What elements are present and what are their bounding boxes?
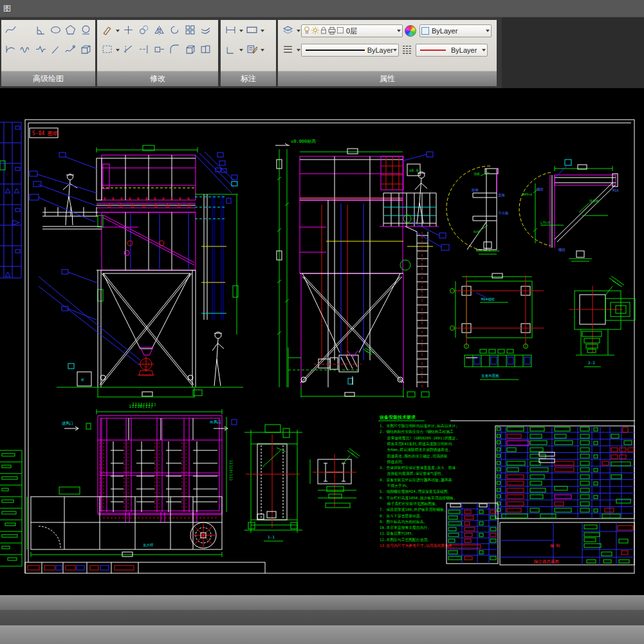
drawing-tab[interactable]: 图 [3,4,11,13]
wedge-button[interactable] [78,42,93,58]
panel-modify: 修改 [97,20,218,86]
lineweight-button[interactable] [280,42,295,58]
linetype-manager-button[interactable] [399,42,414,58]
mtext-dropdown[interactable] [259,42,265,58]
d1-green-1: 顶板 [474,172,480,176]
color-wheel-button[interactable] [403,23,418,39]
notes-title: 设备安装技术要求 [379,414,416,420]
elevation-note: ±0.000标高 [291,139,316,144]
svg-text:7. 保温层厚度100,外护板采用彩钢板。: 7. 保温层厚度100,外护板采用彩钢板。 [380,507,448,512]
ladder [405,226,428,387]
d1-label-2: 盖板 [498,193,506,198]
d2-green-1: Φ89×4 [522,192,532,196]
plot-style-caret[interactable] [482,49,486,51]
command-line-area[interactable] [0,610,644,625]
d2-green-3: 连接板 [589,199,599,203]
dimension-dropdown[interactable] [238,23,244,39]
copy-button[interactable] [136,23,151,39]
mirror-icon [154,24,165,38]
adjacent-sheet-left [0,122,22,566]
object-color-swatch [421,27,429,35]
breakline-button[interactable] [33,42,48,58]
move-button[interactable] [120,23,136,39]
fillet-button[interactable] [167,42,182,58]
d2-green-2: L75×5 [540,221,550,225]
text-tag-dropdown[interactable] [259,23,265,39]
svg-text:2. 钢结构制作安装应符合《钢结构工程施工: 2. 钢结构制作安装应符合《钢结构工程施工 [380,429,454,434]
panel-label-modify[interactable]: 修改 [97,71,218,86]
inlet-duct-tower [195,152,238,335]
linetype-caret[interactable] [393,49,397,51]
text-tag-button[interactable] [244,23,259,39]
discharge-conveyor [314,348,374,385]
erase-dropdown[interactable] [115,23,120,39]
object-color-caret[interactable] [486,30,490,32]
svg-text:梯子及栏杆安装详见国标图集。: 梯子及栏杆安装详见国标图集。 [380,501,439,506]
arc-button[interactable] [3,42,18,58]
bom-table [450,421,635,519]
plan-top-dim: 11110(11) [129,404,153,409]
detail-corner-brace: 螺栓 M16 螺栓 Φ89×4 L75×5 连接板 [519,160,619,261]
text-tag-icon [246,24,257,38]
d2-blue-1: 螺栓 [537,187,544,192]
panel-advanced-draw-body [1,20,95,71]
dimension-button[interactable] [223,23,238,39]
panel-label-properties[interactable]: 属性 [278,71,497,86]
linetype-combo[interactable]: ByLayer [301,44,399,57]
lineweight-icon [282,44,293,57]
wave-button[interactable] [18,42,33,58]
object-color-combo[interactable]: ByLayer [419,24,492,37]
mirror-button[interactable] [151,23,167,39]
point-button[interactable] [18,23,33,39]
lock-icon [320,26,327,36]
ordinate-dropdown[interactable] [238,42,244,58]
mtext-button[interactable] [244,42,259,58]
trim-button[interactable] [120,42,136,58]
layer-properties-button[interactable] [280,23,295,39]
detail-base-stack: 2-2 [569,276,635,367]
ellipse-button[interactable] [48,23,63,39]
worker-figure-left [63,174,77,226]
rotate-button[interactable] [167,23,182,39]
cube-button[interactable] [182,42,198,58]
panel-label-draw[interactable]: 高级绘图 [1,71,95,86]
horizontal-scrollbar-area[interactable] [0,595,644,610]
circle-button[interactable] [78,23,93,39]
panel-label-annotate[interactable]: 标注 [221,71,276,86]
svg-text:质量验收规范》(GB50205-2001)的规定,: 质量验收规范》(GB50205-2001)的规定, [380,436,458,441]
ordinate-button[interactable] [223,42,238,58]
layer-combo[interactable]: 0层 [301,24,403,37]
color-wheel-icon [405,25,416,37]
stretch-button[interactable] [151,42,167,58]
angle-button[interactable] [33,23,48,39]
erase-button[interactable] [99,23,115,39]
array-icon [185,24,196,38]
sketch-button[interactable] [63,42,78,58]
offset-button[interactable] [198,23,213,39]
layer-combo-caret[interactable] [397,30,401,32]
base-stack-label: 2-2 [588,360,595,365]
plot-style-combo[interactable]: ByLayer [416,44,488,57]
spline-button[interactable] [3,23,18,39]
parts-list-small [446,503,498,564]
svg-text:6. 平台栏杆高度1050,踏步板采用花纹钢板,: 6. 平台栏杆高度1050,踏步板采用花纹钢板, [380,495,455,501]
anchor-elev-label: 支座布置图 [481,374,499,378]
join-button[interactable] [198,42,213,58]
detail-box-label: ±0.0 [409,168,419,172]
lineweight-dropdown[interactable] [295,42,301,58]
panel-properties: 0层 ByLayer ByLayer [278,20,497,86]
layer-properties-dropdown[interactable] [295,23,301,39]
svg-text:5. 地脚螺栓规格M24,埋设深度见基础图。: 5. 地脚螺栓规格M24,埋设深度见基础图。 [380,489,451,494]
polygon-button[interactable] [63,23,78,39]
svg-text:8. 灰斗下设仓壁振动器。: 8. 灰斗下设仓壁振动器。 [380,513,423,519]
array-button[interactable] [182,23,198,39]
sheet-label-text: S-04 图纸 [32,131,58,136]
leader-button[interactable] [48,42,63,58]
select-dropdown[interactable] [115,42,120,58]
model-space-canvas[interactable]: S-04 图纸 [0,88,644,595]
select-button[interactable] [99,42,115,58]
extend-button[interactable] [136,42,151,58]
anchor-label: M24锚栓 [481,297,495,302]
title-block-label: 编 制 [550,543,560,548]
printer-icon [327,26,336,36]
